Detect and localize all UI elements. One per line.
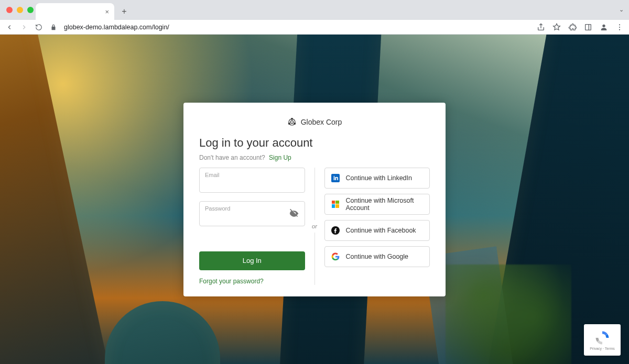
sso-facebook-label: Continue with Facebook [346,227,416,234]
forward-button[interactable] [20,23,28,31]
tabs-dropdown-icon[interactable]: ⌄ [619,6,624,13]
sso-linkedin-button[interactable]: Continue with LinkedIn [324,168,430,189]
brand-name: Globex Corp [301,118,342,126]
credentials-column: Email Password Log In Forgot your passwo… [199,168,314,285]
lock-icon[interactable] [49,23,58,31]
star-icon[interactable] [552,23,561,31]
reload-button[interactable] [35,23,43,31]
svg-point-4 [619,26,620,27]
sso-google-label: Continue with Google [346,253,409,260]
tab-close-icon[interactable]: × [105,8,109,16]
panel-icon[interactable] [584,23,592,31]
kebab-menu-icon[interactable] [615,23,624,31]
svg-rect-0 [585,24,591,30]
svg-point-2 [602,24,605,27]
sso-microsoft-button[interactable]: Continue with Microsoft Account [324,194,430,215]
login-card: Globex Corp Log in to your account Don't… [183,103,446,296]
url-text[interactable]: globex-demo.lambdaleap.com/login/ [64,24,530,31]
email-field[interactable] [200,178,305,192]
svg-point-9 [288,123,290,124]
svg-point-10 [294,123,296,124]
microsoft-icon [331,200,340,208]
brand-row: Globex Corp [199,117,430,127]
window-controls [6,7,34,13]
profile-icon[interactable] [600,23,608,31]
svg-point-3 [619,24,620,25]
password-field-wrapper: Password [199,201,305,226]
page-background: Globex Corp Log in to your account Don't… [0,35,629,364]
browser-tab[interactable]: × [36,3,114,20]
window-close-button[interactable] [6,7,13,13]
google-icon [331,252,340,261]
sso-google-button[interactable]: Continue with Google [324,246,430,267]
tab-strip: × + ⌄ [0,0,629,20]
browser-chrome: × + ⌄ globex-demo.lambdaleap.com/login/ [0,0,629,35]
divider-or-text: or [312,223,317,229]
svg-point-5 [619,29,620,30]
visibility-off-icon[interactable] [289,208,299,219]
linkedin-icon [331,174,340,182]
forgot-password-link[interactable]: Forgot your password? [199,278,305,285]
window-minimize-button[interactable] [17,7,23,13]
no-account-text: Don't have an account? [199,154,265,161]
login-button[interactable]: Log In [199,251,305,270]
background-building [105,301,220,364]
email-field-wrapper: Email [199,168,305,193]
window-maximize-button[interactable] [27,7,34,13]
background-tree [446,264,571,364]
signup-link[interactable]: Sign Up [269,154,291,161]
recaptcha-footer-text: Privacy · Terms [590,347,615,350]
back-button[interactable] [5,23,14,31]
sso-column: Continue with LinkedIn Continue with Mic… [315,168,430,285]
sso-facebook-button[interactable]: Continue with Facebook [324,220,430,241]
address-bar: globex-demo.lambdaleap.com/login/ [0,20,629,35]
sso-microsoft-label: Continue with Microsoft Account [346,197,424,212]
signup-line: Don't have an account? Sign Up [199,154,430,161]
svg-point-8 [291,118,292,119]
extensions-icon[interactable] [568,23,577,31]
login-heading: Log in to your account [199,136,430,150]
brand-logo-icon [287,117,297,127]
new-tab-button[interactable]: + [117,5,131,18]
recaptcha-badge[interactable]: Privacy · Terms [584,324,621,356]
browser-right-icons [537,23,624,31]
column-divider: or [314,168,315,285]
sso-linkedin-label: Continue with LinkedIn [346,174,412,182]
share-icon[interactable] [537,23,545,31]
recaptcha-icon [594,330,610,346]
background-building [0,35,114,364]
svg-point-7 [290,120,293,123]
facebook-icon [331,226,340,235]
